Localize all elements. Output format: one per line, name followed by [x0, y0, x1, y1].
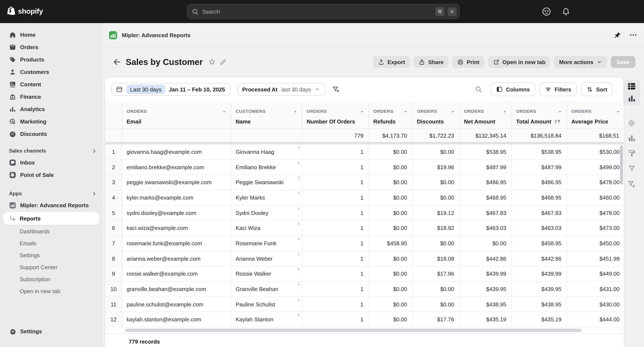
cell-avg[interactable]: $451.99	[567, 251, 624, 266]
cell-orders[interactable]: 1	[302, 144, 369, 159]
cell-name[interactable]: Giovanna Haagi	[231, 144, 302, 159]
cell-refunds[interactable]: $0.00	[369, 205, 413, 220]
vertical-scrollbar[interactable]	[620, 145, 623, 185]
info-icon[interactable]: i	[298, 206, 299, 210]
cell-name[interactable]: Rossie Walkeri	[231, 267, 302, 281]
cell-email[interactable]: kyler.marks@example.com	[122, 190, 231, 205]
column-header-average-price[interactable]: Average Price	[567, 114, 624, 129]
cell-net[interactable]: $442.86	[460, 251, 512, 266]
info-icon[interactable]: i	[298, 176, 299, 180]
column-header-refunds[interactable]: Refunds	[369, 114, 413, 129]
account-avatar-icon[interactable]	[542, 7, 551, 16]
sidebar-item-customers[interactable]: Customers	[0, 66, 103, 78]
cell-refunds[interactable]: $0.00	[369, 144, 413, 159]
cell-email[interactable]: rossie.walker@example.com	[122, 267, 231, 281]
cell-total[interactable]: $439.95	[512, 282, 567, 296]
table-row[interactable]: 2 emiliano.brekke@example.com Emiliano B…	[105, 160, 624, 175]
table-row[interactable]: 8 arianna.weber@example.com Arianna Webe…	[105, 251, 624, 266]
back-arrow-icon[interactable]	[112, 58, 120, 66]
cell-avg[interactable]: $431.00	[567, 282, 624, 296]
info-icon[interactable]: i	[298, 191, 299, 195]
cell-avg[interactable]: $478.00	[567, 205, 624, 220]
sidebar-item-analytics[interactable]: Analytics	[0, 103, 103, 115]
column-header-number-of-orders[interactable]: Number Of Orders	[302, 114, 369, 129]
cell-orders[interactable]: 1	[302, 236, 369, 251]
cell-orders[interactable]: 1	[302, 160, 369, 174]
cell-refunds[interactable]: $0.00	[369, 190, 413, 205]
group-header-cell[interactable]: CUSTOMERS	[231, 101, 302, 114]
info-icon[interactable]: i	[298, 222, 299, 226]
cell-total[interactable]: $487.99	[512, 160, 567, 174]
cell-refunds[interactable]: $0.00	[369, 297, 413, 312]
cell-net[interactable]: $0.00	[460, 236, 512, 251]
cell-name[interactable]: Arianna Weberi	[231, 251, 302, 266]
sidebar-item-open-in-new-tab[interactable]: Open in new tab	[0, 285, 103, 297]
cell-email[interactable]: arianna.weber@example.com	[122, 251, 231, 266]
pin-icon[interactable]	[614, 31, 621, 39]
group-header-cell[interactable]: ORDERS	[512, 101, 567, 114]
cell-avg[interactable]: $499.00	[567, 160, 624, 174]
cell-discounts[interactable]: $0.00	[413, 236, 460, 251]
column-header-discounts[interactable]: Discounts	[413, 114, 460, 129]
add-filter-icon[interactable]	[332, 85, 340, 93]
cell-total[interactable]: $467.83	[512, 205, 567, 220]
cell-orders[interactable]: 1	[302, 282, 369, 296]
table-search-icon[interactable]	[475, 85, 482, 93]
cell-name[interactable]: Emiliano Brekkei	[231, 160, 302, 174]
sidebar-item-emails[interactable]: Emails	[0, 237, 103, 249]
cell-email[interactable]: emiliano.brekke@example.com	[122, 160, 231, 174]
info-icon[interactable]: i	[298, 283, 299, 287]
cell-avg[interactable]: $449.00	[567, 267, 624, 281]
cell-net[interactable]: $438.95	[460, 297, 512, 312]
cell-name[interactable]: Granville Beahani	[231, 282, 302, 296]
cell-email[interactable]: pauline.schulist@example.com	[122, 297, 231, 312]
filter-funnel-icon[interactable]	[628, 165, 636, 173]
cell-refunds[interactable]: $0.00	[369, 267, 413, 281]
cell-net[interactable]: $486.95	[460, 175, 512, 190]
table-row[interactable]: 3 peggie.swaniawski@example.com Peggie S…	[105, 175, 624, 190]
cell-discounts[interactable]: $0.00	[413, 144, 460, 159]
group-header-cell[interactable]: ORDERS	[567, 101, 624, 114]
sidebar-item-orders[interactable]: Orders	[0, 41, 103, 53]
sidebar-item-dashboards[interactable]: Dashboards	[0, 225, 103, 237]
cell-refunds[interactable]: $0.00	[369, 312, 413, 327]
cell-discounts[interactable]: $19.96	[413, 160, 460, 174]
cell-discounts[interactable]: $0.00	[413, 297, 460, 312]
table-row[interactable]: 1 giovanna.haag@example.com Giovanna Haa…	[105, 144, 624, 160]
edit-pencil-icon[interactable]	[220, 58, 227, 65]
cell-net[interactable]: $487.99	[460, 160, 512, 174]
sidebar-item-mipler-app[interactable]: Mipler: Advanced Reports	[0, 199, 103, 212]
table-row[interactable]: 5 sydni.dooley@example.com Sydni Dooleyi…	[105, 205, 624, 221]
cell-avg[interactable]: $430.00	[567, 297, 624, 312]
info-icon[interactable]: i	[298, 313, 299, 317]
cell-discounts[interactable]: $18.92	[413, 221, 460, 236]
report-settings-gear-icon[interactable]	[627, 119, 636, 127]
table-row[interactable]: 11 pauline.schulist@example.com Pauline …	[105, 297, 624, 312]
cell-discounts[interactable]: $19.12	[413, 205, 460, 220]
info-icon[interactable]: i	[298, 145, 299, 150]
cell-net[interactable]: $435.19	[460, 312, 512, 327]
cell-discounts[interactable]: $0.00	[413, 175, 460, 190]
cell-avg[interactable]: $473.00	[567, 221, 624, 236]
sidebar-item-support-center[interactable]: Support Center	[0, 261, 103, 273]
table-row[interactable]: 9 rossie.walker@example.com Rossie Walke…	[105, 267, 624, 282]
more-options-ellipsis-icon[interactable]	[630, 31, 637, 39]
cell-orders[interactable]: 1	[302, 190, 369, 205]
cell-total[interactable]: $442.86	[512, 251, 567, 266]
column-header-total-amount[interactable]: Total Amount	[512, 114, 567, 129]
filters-button[interactable]: Filters	[539, 82, 577, 96]
cell-discounts[interactable]: $0.00	[413, 190, 460, 205]
cell-email[interactable]: granville.beahan@example.com	[122, 282, 231, 296]
cell-name[interactable]: Kaci Wizai	[231, 221, 302, 236]
filter-settings-icon[interactable]	[627, 180, 636, 188]
more-actions-button[interactable]: More actions	[554, 56, 607, 68]
cell-email[interactable]: rosemarie.funk@example.com	[122, 236, 231, 251]
sales-channels-header[interactable]: Sales channels	[0, 145, 103, 156]
sidebar-item-settings[interactable]: Settings	[0, 325, 103, 338]
cell-net[interactable]: $468.95	[460, 190, 512, 205]
cell-name[interactable]: Peggie Swaniawskii	[231, 175, 302, 190]
cell-total[interactable]: $435.19	[512, 312, 567, 327]
table-row[interactable]: 4 kyler.marks@example.com Kyler Marksi 1…	[105, 190, 624, 205]
cell-refunds[interactable]: $458.95	[369, 236, 413, 251]
cell-avg[interactable]: $530.00	[567, 144, 624, 159]
